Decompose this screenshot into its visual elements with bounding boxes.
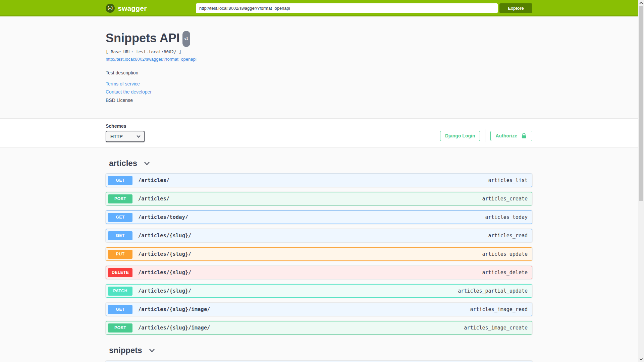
tag-divider: [106, 171, 532, 171]
authorize-button[interactable]: Authorize: [490, 131, 532, 141]
operation-path: /articles/{slug}/image/: [138, 306, 210, 312]
chevron-down-icon[interactable]: [143, 160, 151, 167]
operation-row[interactable]: PUT /articles/{slug}/ articles_update: [106, 247, 532, 261]
operation-id: articles_list: [488, 177, 528, 183]
method-badge: PUT: [108, 250, 132, 259]
chevron-down-icon[interactable]: [148, 347, 156, 354]
swagger-brand-link[interactable]: {…} swagger: [106, 4, 147, 13]
terms-of-service-link[interactable]: Terms of service: [106, 81, 140, 86]
operation-id: articles_image_read: [470, 306, 528, 312]
method-badge: POST: [108, 194, 132, 203]
operation-id: articles_read: [488, 233, 528, 239]
tag-title: snippets: [109, 346, 142, 355]
operation-path: /articles/today/: [138, 214, 188, 220]
schemes-label: Schemes: [106, 123, 145, 129]
contact-developer-link[interactable]: Contact the developer: [106, 89, 152, 95]
tag-header[interactable]: articles: [106, 159, 532, 168]
license-text: BSD License: [106, 98, 532, 103]
auth-divider: [485, 129, 485, 142]
operation-row[interactable]: GET /articles/{slug}/image/ articles_ima…: [106, 303, 532, 316]
operation-row[interactable]: GET /snippets/ snippets_list: [106, 361, 532, 362]
operation-path: /articles/{slug}/: [138, 269, 192, 276]
operation-row[interactable]: DELETE /articles/{slug}/ articles_delete: [106, 266, 532, 279]
page-title: Snippets API v1: [106, 32, 532, 48]
operation-path: /articles/: [138, 177, 169, 183]
method-badge: GET: [108, 176, 132, 185]
django-login-label: Django Login: [445, 133, 475, 138]
method-badge: GET: [108, 231, 132, 240]
operation-row[interactable]: POST /articles/ articles_create: [106, 192, 532, 205]
schemes-group: Schemes HTTP: [106, 123, 145, 142]
auth-wrapper: Django Login Authorize: [440, 129, 532, 142]
operations-container: articles GET /articles/ articles_list PO…: [106, 159, 532, 362]
method-badge: POST: [108, 323, 132, 333]
info-section: Snippets API v1 [ Base URL: test.local:8…: [0, 16, 644, 118]
tag-divider: [106, 358, 532, 358]
tag-title: articles: [109, 159, 137, 168]
operation-row[interactable]: POST /articles/{slug}/image/ articles_im…: [106, 321, 532, 335]
operation-id: articles_create: [482, 196, 528, 202]
api-title-text: Snippets API: [106, 32, 180, 45]
operations-list: GET /snippets/ snippets_list: [106, 361, 532, 362]
operation-row[interactable]: PATCH /articles/{slug}/ articles_partial…: [106, 284, 532, 298]
scheme-container: Schemes HTTP Django Login Authorize: [0, 118, 644, 147]
operation-id: articles_delete: [482, 269, 528, 276]
tag-section: snippets GET /snippets/ snippets_list: [106, 346, 532, 362]
base-url: [ Base URL: test.local:8002/ ]: [106, 49, 532, 54]
scrollbar-thumb[interactable]: [639, 6, 643, 201]
api-description: Test description: [106, 70, 532, 75]
method-badge: PATCH: [108, 287, 132, 296]
method-badge: DELETE: [108, 268, 132, 277]
operation-id: articles_update: [482, 251, 528, 257]
scroll-up-arrow[interactable]: [638, 0, 644, 6]
operation-row[interactable]: GET /articles/today/ articles_today: [106, 210, 532, 224]
unlock-icon: [521, 132, 527, 139]
operation-path: /articles/{slug}/: [138, 233, 192, 239]
operation-row[interactable]: GET /articles/ articles_list: [106, 174, 532, 187]
scheme-select[interactable]: HTTP: [106, 131, 145, 142]
spec-link[interactable]: http://test.local:8002/swagger/?format=o…: [106, 57, 197, 62]
method-badge: GET: [108, 305, 132, 314]
spec-url-input[interactable]: [196, 3, 498, 13]
authorize-label: Authorize: [495, 133, 517, 138]
explore-form: Explore: [196, 3, 532, 13]
method-badge: GET: [108, 213, 132, 222]
operation-path: /articles/: [138, 196, 169, 202]
operation-id: articles_image_create: [464, 325, 528, 331]
operation-id: articles_today: [485, 214, 528, 220]
operation-path: /articles/{slug}/: [138, 251, 192, 257]
operation-path: /articles/{slug}/: [138, 288, 192, 294]
topbar: {…} swagger Explore: [0, 0, 644, 16]
operation-row[interactable]: GET /articles/{slug}/ articles_read: [106, 229, 532, 242]
django-login-button[interactable]: Django Login: [440, 131, 480, 141]
operations-list: GET /articles/ articles_list POST /artic…: [106, 174, 532, 335]
tag-section: articles GET /articles/ articles_list PO…: [106, 159, 532, 335]
scroll-down-arrow[interactable]: [638, 356, 644, 362]
explore-button[interactable]: Explore: [499, 3, 532, 13]
chevron-down-icon: [137, 134, 140, 137]
brand-name: swagger: [118, 4, 147, 12]
version-badge: v1: [182, 31, 190, 47]
swagger-logo-icon: {…}: [106, 4, 115, 13]
operation-path: /articles/{slug}/image/: [138, 325, 210, 331]
operation-id: articles_partial_update: [458, 288, 528, 294]
scheme-selected-value: HTTP: [110, 134, 123, 139]
scrollbar[interactable]: [638, 0, 644, 362]
tag-header[interactable]: snippets: [106, 346, 532, 355]
